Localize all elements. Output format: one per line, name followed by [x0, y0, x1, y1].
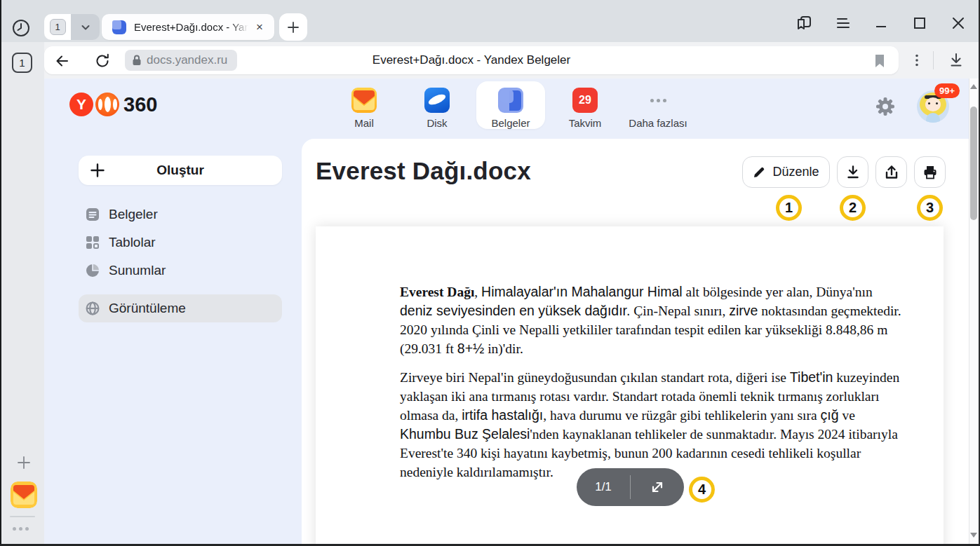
scroll-up-icon[interactable] — [970, 84, 977, 89]
history-clock-icon[interactable] — [10, 17, 32, 39]
annotation-marker-1: 1 — [776, 195, 802, 221]
service-label: Disk — [427, 117, 447, 129]
domain-text: docs.yandex.ru — [147, 53, 227, 67]
window-border-left — [0, 0, 1, 546]
sidebar-item-tablolar[interactable]: Tablolar — [79, 228, 282, 257]
create-button[interactable]: Oluştur — [79, 156, 282, 185]
docs-favicon — [112, 20, 127, 35]
download-icon — [845, 165, 861, 180]
service-label: Takvim — [569, 117, 602, 129]
side-add-icon[interactable] — [14, 453, 34, 472]
service-more[interactable]: Daha fazlası — [624, 81, 692, 130]
tab-group-count-badge: 1 — [50, 19, 66, 35]
annotation-marker-2: 2 — [840, 195, 866, 221]
kebab-menu-icon[interactable] — [906, 49, 927, 71]
tab-title: Everest+Dağı.docx - Yandex Belgeler — [134, 21, 252, 33]
plus-icon — [90, 163, 105, 178]
edit-button-label: Düzenle — [772, 165, 819, 179]
back-icon[interactable] — [53, 52, 72, 70]
document-icon — [86, 207, 100, 221]
strip-divider — [10, 516, 35, 517]
chevron-down-icon — [80, 22, 91, 33]
service-label: Daha fazlası — [629, 117, 687, 129]
browser-menu-icon[interactable] — [831, 11, 856, 35]
annotation-marker-3: 3 — [917, 195, 943, 221]
scrollbar-thumb[interactable] — [970, 107, 977, 220]
disk-icon — [424, 88, 450, 113]
yandex-mail-app-icon[interactable] — [11, 482, 37, 508]
browser-tab[interactable]: Everest+Dağı.docx - Yandex Belgeler × — [102, 14, 274, 40]
avatar-eye — [928, 102, 930, 104]
printer-icon — [922, 165, 938, 180]
pie-chart-icon — [86, 264, 100, 278]
pencil-icon — [753, 165, 766, 179]
minimize-button[interactable] — [868, 11, 894, 35]
edit-button[interactable]: Düzenle — [742, 156, 830, 188]
service-disk[interactable]: Disk — [403, 81, 471, 130]
tab-group-button[interactable]: 1 — [44, 14, 71, 40]
service-mail[interactable]: Mail — [330, 81, 398, 130]
document-text: Everest Dağı, Himalayalar'ın Mahalangur … — [400, 282, 902, 491]
create-button-label: Oluştur — [79, 163, 282, 178]
reload-icon[interactable] — [93, 52, 112, 70]
sidebar-item-label: Sunumlar — [109, 263, 166, 278]
download-button[interactable] — [837, 156, 868, 188]
mail-icon — [351, 88, 377, 113]
sidebar-item-label: Görüntüleme — [109, 301, 186, 316]
tab-close-icon[interactable]: × — [252, 20, 267, 35]
tab-group-control: 1 — [44, 14, 100, 40]
docs-icon — [498, 88, 523, 113]
service-label: Belgeler — [491, 117, 530, 129]
document-title: Everest Dağı.docx — [316, 157, 531, 185]
tab-strip: 1 Everest+Dağı.docx - Yandex Belgeler × — [0, 0, 980, 42]
sidebar-item-sunumlar[interactable]: Sunumlar — [79, 257, 282, 285]
close-button[interactable] — [946, 11, 971, 35]
service-label: Mail — [354, 117, 374, 129]
annotation-marker-4: 4 — [689, 477, 715, 503]
sidebar-item-label: Tablolar — [109, 235, 156, 250]
logo-360-text: 360 — [123, 93, 157, 116]
side-panel-toggle[interactable]: 1 — [12, 53, 32, 73]
paragraph: Everest Dağı, Himalayalar'ın Mahalangur … — [400, 282, 902, 358]
notification-badge: 99+ — [934, 83, 960, 98]
collections-icon[interactable] — [791, 11, 817, 35]
browser-side-strip: 1 — [1, 42, 44, 544]
tab-group-dropdown[interactable] — [71, 14, 100, 40]
scroll-down-icon[interactable] — [970, 533, 977, 538]
service-takvim[interactable]: 29 Takvim — [551, 81, 619, 130]
plus-icon — [286, 20, 300, 34]
sidebar-item-belgeler[interactable]: Belgeler — [79, 200, 282, 228]
settings-gear-icon[interactable] — [873, 95, 897, 118]
share-button[interactable] — [875, 156, 907, 188]
print-button[interactable] — [914, 156, 946, 188]
new-tab-button[interactable] — [279, 13, 307, 41]
yandex-360-logo[interactable]: Y 360 — [69, 93, 157, 116]
calendar-icon: 29 — [572, 88, 598, 113]
sidebar-item-label: Belgeler — [109, 207, 158, 222]
page-indicator: 1/1 — [577, 480, 630, 494]
lock-icon — [132, 55, 142, 66]
paragraph: Zirveye biri Nepal'in güneydoğusundan çı… — [400, 368, 902, 482]
share-icon — [884, 165, 899, 180]
ellipsis-icon — [645, 88, 671, 113]
avatar-eye — [936, 102, 938, 104]
avatar-dress — [926, 113, 940, 123]
strip-more-icon[interactable] — [13, 525, 32, 532]
grid-icon — [86, 236, 100, 250]
sidebar-item-goruntuleme[interactable]: Görüntüleme — [79, 294, 282, 322]
bookmark-flag-icon[interactable] — [871, 52, 889, 70]
yandex-y-icon: Y — [69, 93, 93, 116]
address-bar[interactable]: docs.yandex.ru Everest+Dağı.docx - Yande… — [44, 46, 899, 74]
toolbar-divider — [933, 51, 934, 69]
expand-icon — [649, 479, 666, 496]
domain-chip[interactable]: docs.yandex.ru — [125, 50, 237, 71]
logo-360-ball-icon — [95, 93, 119, 116]
avatar-face — [925, 97, 941, 111]
service-belgeler-active[interactable]: Belgeler — [476, 81, 545, 129]
fullscreen-button[interactable] — [631, 479, 684, 496]
maximize-button[interactable] — [907, 11, 932, 35]
page-indicator-pill[interactable]: 1/1 — [577, 468, 684, 506]
downloads-icon[interactable] — [946, 49, 967, 71]
globe-icon — [86, 301, 100, 315]
